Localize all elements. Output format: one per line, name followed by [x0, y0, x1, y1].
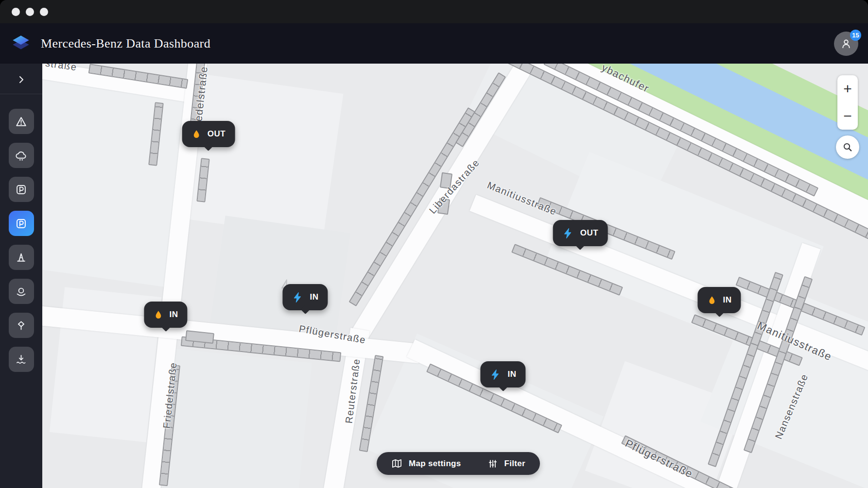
- charging-bolt-icon: [489, 369, 502, 381]
- marker-label: IN: [507, 370, 516, 379]
- marker-label: IN: [310, 292, 318, 302]
- sliders-icon: [487, 458, 498, 469]
- charging-bolt-icon: [292, 291, 304, 303]
- map-bottom-toolbar: Map settings Filter: [377, 452, 540, 475]
- map-icon: [391, 458, 402, 469]
- window-control-dot[interactable]: [26, 8, 34, 16]
- map-building: [210, 216, 350, 339]
- map-marker-fuel-out[interactable]: OUT: [182, 121, 235, 147]
- marker-label: IN: [723, 295, 731, 305]
- marker-label: OUT: [580, 228, 599, 238]
- sidebar-divider: [0, 94, 42, 94]
- diamond-pin-icon: [15, 319, 28, 332]
- parking-icon: [15, 183, 28, 196]
- sidebar-item-roadworks[interactable]: [9, 245, 34, 270]
- window-control-dot[interactable]: [12, 8, 20, 16]
- map-marker-charging-in-2[interactable]: IN: [480, 361, 525, 387]
- sidebar-item-roundabout[interactable]: [9, 279, 34, 304]
- app-window: Mercedes-Benz Data Dashboard 15: [0, 0, 868, 488]
- map-canvas[interactable]: straße edelstraße ybachufer Liberdastraß…: [42, 64, 868, 488]
- chevron-right-icon: [16, 74, 27, 85]
- charging-bolt-icon: [562, 227, 574, 239]
- marker-label: IN: [169, 310, 178, 320]
- marker-label: OUT: [208, 129, 226, 139]
- app-header: Mercedes-Benz Data Dashboard 15: [0, 23, 868, 64]
- parking-strip: [349, 107, 476, 306]
- warning-triangle-icon: [15, 115, 28, 128]
- user-icon: [840, 37, 852, 50]
- parking-icon: [15, 217, 28, 230]
- map-settings-button[interactable]: Map settings: [391, 458, 461, 469]
- sidebar-item-parking[interactable]: [9, 177, 34, 202]
- traffic-cone-icon: [15, 251, 28, 264]
- cloud-hail-icon: [15, 149, 28, 162]
- map-settings-label: Map settings: [409, 459, 461, 469]
- map-search-button[interactable]: [836, 135, 859, 159]
- page-title: Mercedes-Benz Data Dashboard: [41, 36, 210, 51]
- sidebar-expand-button[interactable]: [13, 72, 30, 87]
- map-marker-fuel-in-2[interactable]: IN: [697, 287, 741, 313]
- sidebar-item-alerts[interactable]: [9, 109, 34, 134]
- filter-button[interactable]: Filter: [487, 458, 525, 469]
- notification-badge[interactable]: 15: [850, 30, 861, 41]
- window-control-dot[interactable]: [40, 8, 48, 16]
- zoom-in-button[interactable]: +: [837, 79, 858, 99]
- zoom-out-button[interactable]: −: [837, 106, 858, 126]
- layers-logo-icon: [10, 34, 32, 54]
- fuel-drop-icon: [191, 128, 202, 140]
- sidebar-item-weather[interactable]: [9, 143, 34, 168]
- map-marker-charging-in[interactable]: IN: [282, 284, 328, 310]
- sidebar-item-water-level[interactable]: [9, 347, 34, 372]
- window-titlebar: [0, 0, 868, 23]
- zoom-control-panel: + −: [837, 75, 858, 130]
- buoy-circle-icon: [15, 285, 28, 298]
- fuel-drop-icon: [153, 309, 163, 321]
- map-marker-charging-out[interactable]: OUT: [553, 220, 608, 246]
- sidebar-item-parking-live[interactable]: [9, 211, 34, 236]
- download-waves-icon: [15, 353, 28, 366]
- fuel-drop-icon: [707, 294, 717, 306]
- filter-label: Filter: [504, 459, 525, 469]
- search-icon: [842, 141, 853, 153]
- map-marker-fuel-in[interactable]: IN: [144, 302, 187, 328]
- sidebar: [0, 64, 42, 488]
- sidebar-item-poi-pin[interactable]: [9, 313, 34, 338]
